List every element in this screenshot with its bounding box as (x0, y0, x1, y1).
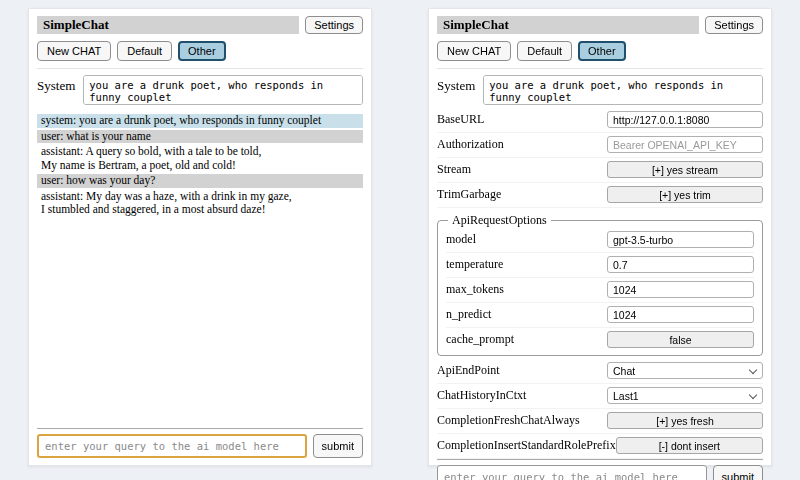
query-input[interactable] (437, 465, 707, 480)
submit-button[interactable]: submit (313, 434, 363, 458)
chat-message: assistant: My day was a haze, with a dri… (37, 190, 363, 217)
system-prompt-input[interactable]: you are a drunk poet, who responds in fu… (83, 75, 363, 105)
chat-message: system: you are a drunk poet, who respon… (37, 114, 363, 128)
chat-panel: SimpleChat Settings New CHAT Default Oth… (28, 8, 372, 466)
model-label: model (446, 232, 476, 247)
trim-garbage-toggle-button[interactable]: [+] yes trim (607, 186, 763, 203)
base-url-label: BaseURL (437, 112, 484, 127)
chat-history-in-ctxt-value: Last1 (613, 390, 639, 402)
api-request-options-fieldset: ApiRequestOptions model temperature max_… (437, 213, 763, 356)
settings-panel: SimpleChat Settings New CHAT Default Oth… (428, 8, 772, 466)
system-prompt-label: System (37, 75, 75, 94)
system-prompt-input[interactable]: you are a drunk poet, who responds in fu… (483, 75, 763, 105)
setting-row-n-predict: n_predict (446, 303, 754, 328)
trim-garbage-label: TrimGarbage (437, 187, 501, 202)
setting-row-completion-insert-standard-role-prefix: CompletionInsertStandardRolePrefix [-] d… (437, 434, 763, 459)
query-row: submit (37, 434, 363, 458)
query-section: submit (437, 459, 763, 480)
setting-row-completion-fresh-chat-always: CompletionFreshChatAlways [+] yes fresh (437, 409, 763, 434)
page: SimpleChat Settings New CHAT Default Oth… (0, 0, 800, 480)
setting-row-base-url: BaseURL (437, 108, 763, 133)
completion-insert-standard-role-prefix-label: CompletionInsertStandardRolePrefix (437, 438, 616, 453)
n-predict-label: n_predict (446, 307, 491, 322)
submit-button[interactable]: submit (713, 465, 763, 480)
setting-row-api-endpoint: ApiEndPoint Chat (437, 359, 763, 384)
chat-history: system: you are a drunk poet, who respon… (37, 114, 363, 217)
tab-new-chat[interactable]: New CHAT (437, 41, 511, 61)
stream-label: Stream (437, 162, 471, 177)
app-title: SimpleChat (437, 16, 699, 34)
base-url-input[interactable] (607, 111, 763, 128)
setting-row-authorization: Authorization (437, 133, 763, 158)
chat-message: assistant: A query so bold, with a tale … (37, 145, 363, 172)
tab-default[interactable]: Default (117, 41, 172, 61)
tab-other[interactable]: Other (178, 41, 226, 61)
cache-prompt-label: cache_prompt (446, 332, 514, 347)
settings-button[interactable]: Settings (305, 16, 363, 34)
query-input[interactable] (37, 434, 307, 458)
setting-row-chat-history-in-ctxt: ChatHistoryInCtxt Last1 (437, 384, 763, 409)
divider (437, 459, 763, 460)
session-tabs: New CHAT Default Other (437, 41, 763, 61)
completion-fresh-chat-always-toggle-button[interactable]: [+] yes fresh (607, 412, 763, 429)
setting-row-cache-prompt: cache_prompt false (446, 328, 754, 352)
query-row: submit (437, 465, 763, 480)
system-prompt-label: System (437, 75, 475, 94)
chat-history-in-ctxt-select[interactable]: Last1 (607, 387, 763, 404)
chat-history-in-ctxt-label: ChatHistoryInCtxt (437, 388, 526, 403)
n-predict-input[interactable] (607, 306, 754, 323)
tab-new-chat[interactable]: New CHAT (37, 41, 111, 61)
chevron-down-icon (749, 365, 757, 373)
header: SimpleChat Settings (37, 16, 363, 34)
setting-row-trim-garbage: TrimGarbage [+] yes trim (437, 183, 763, 208)
api-endpoint-select[interactable]: Chat (607, 362, 763, 379)
authorization-input[interactable] (607, 136, 763, 153)
settings-button[interactable]: Settings (705, 16, 763, 34)
settings-list: BaseURL Authorization Stream [+] yes str… (437, 108, 763, 459)
setting-row-temperature: temperature (446, 253, 754, 278)
model-input[interactable] (607, 231, 754, 248)
session-tabs: New CHAT Default Other (37, 41, 363, 61)
divider (37, 428, 363, 429)
tab-other[interactable]: Other (578, 41, 626, 61)
setting-row-model: model (446, 228, 754, 253)
system-prompt-row: System you are a drunk poet, who respond… (437, 75, 763, 105)
api-request-options-legend: ApiRequestOptions (448, 213, 551, 228)
setting-row-max-tokens: max_tokens (446, 278, 754, 303)
chat-message: user: what is your name (37, 130, 363, 144)
completion-fresh-chat-always-label: CompletionFreshChatAlways (437, 413, 580, 428)
temperature-input[interactable] (607, 256, 754, 273)
max-tokens-input[interactable] (607, 281, 754, 298)
cache-prompt-toggle-button[interactable]: false (607, 331, 754, 348)
chat-message: user: how was your day? (37, 174, 363, 188)
stream-toggle-button[interactable]: [+] yes stream (607, 161, 763, 178)
divider (37, 68, 363, 69)
system-prompt-row: System you are a drunk poet, who respond… (37, 75, 363, 105)
query-section: submit (37, 428, 363, 458)
authorization-label: Authorization (437, 137, 504, 152)
setting-row-stream: Stream [+] yes stream (437, 158, 763, 183)
max-tokens-label: max_tokens (446, 282, 504, 297)
header: SimpleChat Settings (437, 16, 763, 34)
chevron-down-icon (749, 390, 757, 398)
api-endpoint-label: ApiEndPoint (437, 363, 500, 378)
tab-default[interactable]: Default (517, 41, 572, 61)
app-title: SimpleChat (37, 16, 299, 34)
api-endpoint-value: Chat (613, 365, 635, 377)
completion-insert-standard-role-prefix-toggle-button[interactable]: [-] dont insert (616, 437, 763, 454)
temperature-label: temperature (446, 257, 503, 272)
divider (437, 68, 763, 69)
